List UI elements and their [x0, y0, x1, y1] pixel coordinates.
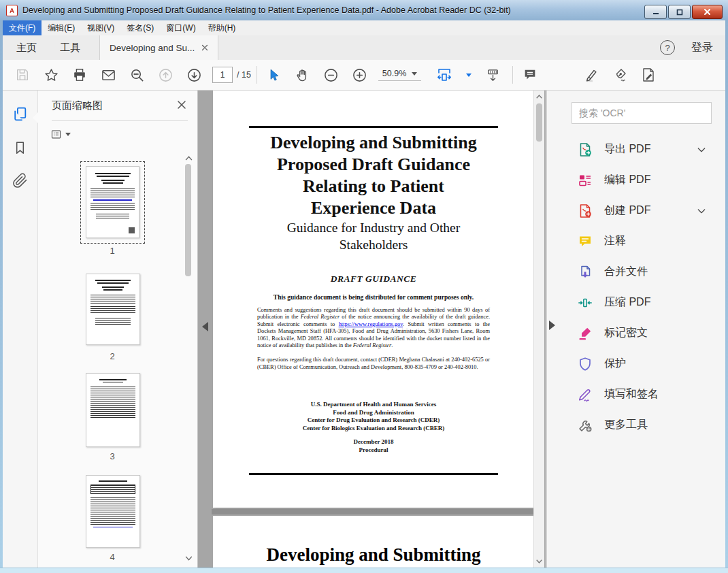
thumbnails-panel: 页面缩略图 1 [38, 91, 198, 568]
sign-in-button[interactable]: 登录 [691, 41, 713, 55]
previous-page-icon[interactable] [155, 64, 176, 86]
panel-title: 页面缩略图 [52, 99, 103, 112]
collapse-left-panel-icon[interactable] [202, 322, 208, 331]
page-2-title: Developing and Submitting [213, 544, 534, 566]
bookmarks-icon[interactable] [3, 133, 37, 163]
page-total-label: / 15 [237, 70, 251, 80]
tools-list: 导出 PDF 编辑 PDF 创建 PDF [547, 134, 725, 440]
scrolling-mode-icon[interactable] [482, 64, 503, 86]
highlight-tool-icon[interactable] [581, 64, 601, 86]
tab-tools[interactable]: 工具 [50, 35, 90, 60]
thumbnail-number: 3 [82, 451, 143, 461]
type-line: Procedural [213, 446, 534, 455]
menu-view[interactable]: 视图(V) [81, 20, 120, 35]
menu-edit[interactable]: 编辑(E) [42, 20, 81, 35]
next-page-icon[interactable] [184, 64, 204, 86]
window-border-bottom [0, 568, 728, 573]
close-button[interactable] [692, 5, 723, 19]
tool-comment[interactable]: 注释 [547, 226, 725, 257]
attachments-icon[interactable] [3, 165, 37, 195]
tools-search-input[interactable] [572, 102, 712, 124]
panel-scroll-down-icon[interactable] [183, 553, 194, 563]
thumbnail-page-1[interactable] [86, 166, 139, 238]
combine-files-icon [577, 264, 593, 280]
tool-compress-pdf[interactable]: 压缩 PDF [547, 287, 725, 318]
window-controls [644, 5, 723, 19]
tool-fill-sign[interactable]: 填写和签名 [547, 379, 725, 410]
fill-sign-tool-icon[interactable] [610, 64, 630, 86]
export-pdf-icon [577, 142, 593, 158]
draft-guidance-heading: DRAFT GUIDANCE [213, 274, 534, 284]
panel-scrollbar-thumb[interactable] [185, 164, 191, 276]
document-subtitle: Guidance for Industry and Other Stakehol… [213, 219, 534, 253]
create-pdf-icon [577, 203, 593, 219]
tool-create-pdf[interactable]: 创建 PDF [547, 195, 725, 226]
star-favorite-icon[interactable] [41, 64, 61, 86]
more-tools-icon [577, 417, 593, 433]
panel-options-button[interactable] [50, 127, 71, 141]
panel-close-icon[interactable] [176, 99, 188, 111]
tab-home[interactable]: 主页 [7, 35, 46, 60]
title-rule-bottom [249, 473, 498, 475]
scroll-down-icon[interactable] [534, 557, 544, 566]
email-icon[interactable] [98, 64, 118, 86]
menu-window[interactable]: 窗口(W) [160, 20, 201, 35]
print-icon[interactable] [69, 64, 90, 86]
comment-tool-icon[interactable] [520, 64, 540, 86]
page-number-input[interactable] [212, 67, 233, 83]
zoom-level-dropdown[interactable]: 50.9% [378, 69, 421, 81]
scroll-up-icon[interactable] [534, 92, 544, 101]
help-icon[interactable]: ? [660, 40, 675, 55]
fit-width-icon[interactable] [431, 64, 458, 86]
tool-export-pdf[interactable]: 导出 PDF [547, 134, 725, 165]
thumbnail-number: 1 [82, 246, 143, 256]
tab-document-label: Developing and Su... [110, 43, 195, 53]
tool-protect[interactable]: 保护 [547, 348, 725, 379]
zoom-level-value: 50.9% [382, 69, 406, 78]
save-icon[interactable] [12, 64, 33, 86]
window-border-right [725, 20, 728, 568]
zoom-out-icon[interactable] [321, 64, 342, 86]
distribution-notice: This guidance document is being distribu… [213, 294, 534, 301]
tool-edit-pdf[interactable]: 编辑 PDF [547, 165, 725, 195]
search-icon[interactable] [127, 64, 147, 86]
thumbnail-page-3[interactable] [86, 373, 140, 447]
menu-help[interactable]: 帮助(H) [202, 20, 242, 35]
acrobat-window: Developing and Submitting Proposed Draft… [0, 0, 728, 573]
menu-file[interactable]: 文件(F) [3, 20, 42, 35]
thumbnail-page-4[interactable] [86, 475, 140, 548]
chevron-down-icon[interactable] [696, 206, 707, 216]
document-scrollbar[interactable] [533, 91, 544, 568]
chevron-down-icon[interactable] [466, 73, 471, 77]
edit-pdf-tool-icon[interactable] [638, 64, 659, 86]
active-panel-notch [33, 112, 38, 123]
menu-sign[interactable]: 签名(S) [120, 20, 160, 35]
tool-more-tools[interactable]: 更多工具 [547, 410, 725, 440]
main-area: 页面缩略图 1 [3, 91, 725, 568]
toolbar-separator [512, 66, 513, 84]
toolbar: / 15 50.9% [3, 60, 725, 91]
thumbnail-page-2[interactable] [86, 274, 140, 345]
tools-panel: 导出 PDF 编辑 PDF 创建 PDF [546, 91, 725, 568]
document-scrollbar-thumb[interactable] [536, 103, 542, 142]
regulations-gov-link[interactable]: https://www.regulations.gov [339, 321, 403, 327]
panel-divider [52, 120, 188, 121]
tab-document[interactable]: Developing and Su... [99, 35, 218, 60]
chevron-down-icon[interactable] [696, 144, 707, 155]
chevron-down-icon [412, 72, 417, 76]
minimize-button[interactable] [644, 5, 667, 19]
document-viewport[interactable]: Developing and Submitting Proposed Draft… [198, 91, 546, 568]
tool-redact[interactable]: 标记密文 [547, 318, 725, 348]
hand-tool-icon[interactable] [293, 64, 313, 86]
fill-sign-icon [577, 387, 593, 403]
select-tool-icon[interactable] [264, 64, 284, 86]
contact-paragraph: For questions regarding this draft docum… [257, 357, 490, 371]
edit-pdf-icon [577, 172, 593, 189]
thumbnail-marker [129, 227, 135, 233]
panel-scroll-up-icon[interactable] [183, 153, 194, 163]
maximize-button[interactable] [668, 5, 691, 19]
zoom-in-icon[interactable] [350, 64, 370, 86]
window-border-left [0, 20, 3, 568]
tool-combine-files[interactable]: 合并文件 [547, 257, 725, 287]
tab-close-icon[interactable] [201, 44, 208, 51]
